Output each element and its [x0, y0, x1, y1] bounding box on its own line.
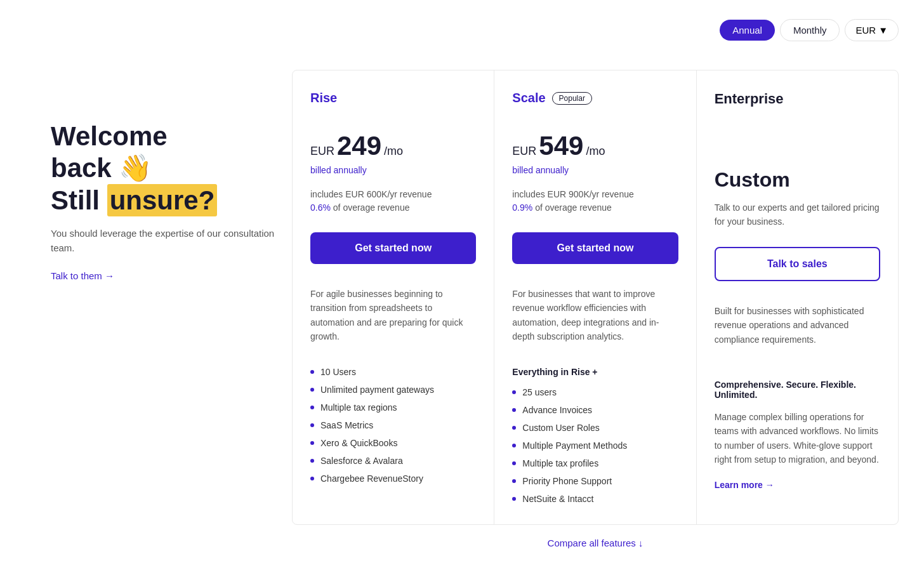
annual-toggle[interactable]: Annual	[720, 20, 775, 41]
enterprise-plan-name: Enterprise	[715, 91, 880, 107]
rise-price-amount: 249	[337, 131, 381, 161]
scale-price-amount: 549	[539, 131, 583, 161]
compare-features-link[interactable]: Compare all features ↓	[548, 538, 644, 548]
scale-revenue-info: includes EUR 900K/yr revenue 0.9% of ove…	[512, 188, 678, 215]
enterprise-card: Enterprise Custom Talk to our experts an…	[697, 70, 898, 524]
pricing-cards: Rise EUR 249 /mo billed annually include…	[292, 70, 899, 525]
unsure-highlight: unsure?	[107, 184, 218, 216]
list-item: Advance Invoices	[512, 405, 678, 415]
welcome-line1: Welcome	[51, 121, 168, 151]
rise-card: Rise EUR 249 /mo billed annually include…	[293, 70, 494, 524]
list-item: Multiple Payment Methods	[512, 440, 678, 451]
enterprise-description: Built for businesses with sophisticated …	[715, 304, 880, 347]
enterprise-custom-price: Custom	[715, 168, 880, 192]
list-item: 10 Users	[310, 367, 476, 377]
scale-card: Scale Popular EUR 549 /mo billed annuall…	[494, 70, 696, 524]
rise-price-row: EUR 249 /mo	[310, 131, 476, 161]
list-item: Custom User Roles	[512, 423, 678, 433]
list-item: Multiple tax profiles	[512, 458, 678, 468]
scale-cta-button[interactable]: Get started now	[512, 232, 678, 264]
enterprise-features-body: Manage complex billing operations for te…	[715, 410, 880, 467]
scale-price-row: EUR 549 /mo	[512, 131, 678, 161]
rise-price-currency: EUR	[310, 145, 334, 158]
rise-features-list: 10 Users Unlimited payment gateways Mult…	[310, 367, 476, 484]
rise-plan-name: Rise	[310, 91, 476, 105]
list-item: Multiple tax regions	[310, 402, 476, 413]
compare-footer: Compare all features ↓	[292, 525, 899, 555]
pricing-cards-wrapper: Rise EUR 249 /mo billed annually include…	[292, 70, 899, 555]
welcome-heading: Welcome back 👋 Still unsure?	[51, 121, 279, 216]
scale-billed-label: billed annually	[512, 165, 678, 175]
scale-price-period: /mo	[586, 145, 605, 158]
enterprise-features-title: Comprehensive. Secure. Flexible. Unlimit…	[715, 380, 880, 400]
list-item: Unlimited payment gateways	[310, 385, 476, 395]
scale-features-list: 25 users Advance Invoices Custom User Ro…	[512, 387, 678, 504]
enterprise-pricing-desc: Talk to our experts and get tailored pri…	[715, 201, 880, 229]
billing-toggle: Annual Monthly EUR ▼	[720, 19, 899, 41]
rise-description: For agile businesses beginning to transi…	[310, 287, 476, 344]
list-item: NetSuite & Intacct	[512, 494, 678, 504]
enterprise-cta-button[interactable]: Talk to sales	[715, 247, 880, 281]
rise-billed-label: billed annually	[310, 165, 476, 175]
subtitle-text: You should leverage the expertise of our…	[51, 227, 279, 255]
currency-label: EUR	[855, 25, 876, 36]
learn-more-link[interactable]: Learn more →	[715, 480, 880, 490]
rise-revenue-info: includes EUR 600K/yr revenue 0.6% of ove…	[310, 188, 476, 215]
scale-plan-name: Scale Popular	[512, 91, 678, 105]
currency-selector[interactable]: EUR ▼	[845, 19, 899, 41]
scale-description: For businesses that want to improve reve…	[512, 287, 678, 344]
list-item: Xero & QuickBooks	[310, 438, 476, 448]
scale-price-currency: EUR	[512, 145, 536, 158]
chevron-icon: ▼	[878, 25, 888, 36]
list-item: 25 users	[512, 387, 678, 397]
list-item: Salesforce & Avalara	[310, 456, 476, 466]
scale-features-header: Everything in Rise +	[512, 367, 678, 377]
welcome-line3: Still	[51, 185, 107, 215]
left-panel: Welcome back 👋 Still unsure? You should …	[25, 70, 292, 555]
talk-to-them-link[interactable]: Talk to them →	[51, 270, 114, 281]
welcome-line2: back 👋	[51, 153, 152, 183]
monthly-toggle[interactable]: Monthly	[780, 19, 840, 41]
list-item: Priority Phone Support	[512, 476, 678, 486]
rise-cta-button[interactable]: Get started now	[310, 232, 476, 264]
rise-price-period: /mo	[384, 145, 403, 158]
popular-badge: Popular	[552, 92, 592, 105]
list-item: SaaS Metrics	[310, 420, 476, 430]
list-item: Chargebee RevenueStory	[310, 473, 476, 484]
